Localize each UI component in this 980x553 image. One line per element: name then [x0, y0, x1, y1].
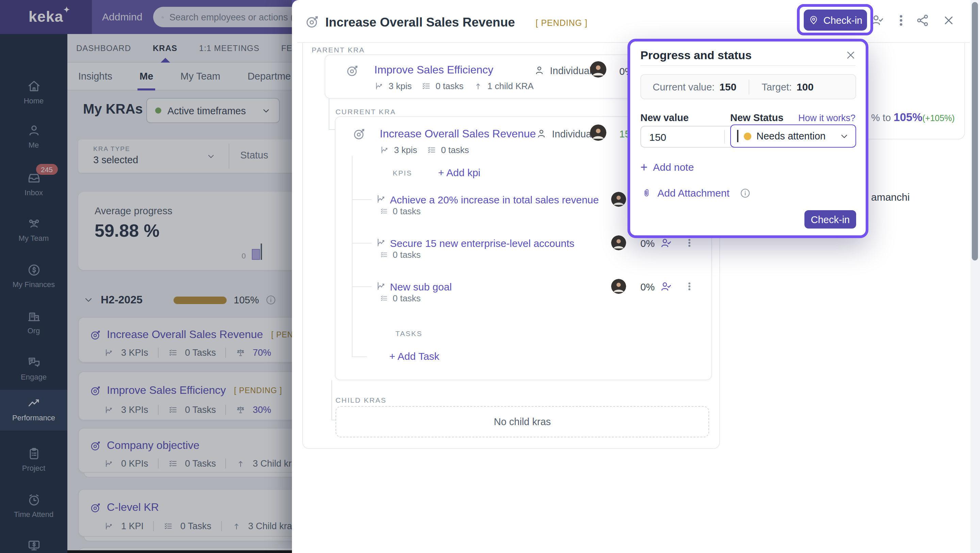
kra-target-icon [353, 127, 366, 141]
summary-divider [749, 79, 749, 94]
tasks-checklist-icon [380, 207, 388, 216]
share-icon[interactable] [915, 13, 930, 28]
avatar [611, 192, 626, 207]
current-kra-title: Increase Overall Sales Revenue [380, 128, 536, 140]
target-value: 100 [797, 81, 814, 92]
add-attachment-row: Add Attachment [642, 187, 751, 199]
tasks-checklist-icon [421, 81, 431, 91]
tree-tick [352, 199, 372, 200]
person-icon [533, 65, 545, 76]
drawer-title: Increase Overall Sales Revenue [325, 15, 515, 30]
avatar [611, 279, 626, 294]
kpi-chart-icon [380, 145, 390, 155]
popover-divider [640, 65, 856, 66]
kebab-menu-icon[interactable] [684, 280, 695, 292]
tasks-section-label: TASKS [395, 329, 422, 337]
tree-connector [329, 99, 329, 129]
kra-target-icon [346, 64, 360, 78]
current-kra-section-label: CURRENT KRA [336, 108, 396, 116]
new-status-label: New Status [730, 112, 783, 123]
tree-tick [352, 356, 367, 357]
kpi-row[interactable]: New sub goal 0 tasks 0% [336, 265, 711, 308]
progress-status-popover: Progress and status Current value: 150 T… [627, 39, 869, 238]
drawer-scrim-overlay[interactable] [0, 0, 292, 553]
parent-kra-link[interactable]: Improve Sales Efficiency [374, 64, 493, 76]
needs-attention-dot [743, 132, 751, 140]
tasks-checklist-icon [380, 294, 388, 303]
tree-connector [331, 380, 332, 420]
progress-range-text: % to 105%(+105%) [871, 111, 955, 124]
avatar [590, 124, 606, 141]
drawer-scrollbar[interactable] [970, 0, 980, 553]
kpi-progress: 0% [640, 281, 655, 292]
tree-connector [331, 420, 336, 420]
tasks-checklist-icon [380, 250, 388, 259]
child-kras-section-label: CHILD KRAS [336, 396, 387, 404]
child-kra-arrow-icon [473, 81, 483, 91]
paperclip-icon [642, 187, 651, 199]
keka-app: keka✦ Addmind Search employees or action… [0, 0, 980, 553]
assignee-person-check-icon[interactable] [659, 237, 672, 249]
popover-title: Progress and status [640, 49, 752, 63]
kpi-chart-icon [374, 81, 385, 91]
kebab-menu-icon[interactable] [894, 13, 908, 28]
current-target-summary: Current value: 150 Target: 100 [640, 74, 856, 99]
no-child-kras-placeholder: No child kras [336, 406, 709, 437]
location-pin-icon [808, 15, 819, 25]
unit-divider [724, 130, 725, 143]
new-value-label: New value [640, 112, 689, 123]
person-icon [536, 128, 547, 140]
avatar [611, 235, 626, 250]
text-cursor [737, 130, 738, 142]
chevron-down-icon [839, 131, 850, 141]
kpis-section-label: KPIS [393, 168, 412, 176]
assignee-person-check-icon[interactable] [659, 280, 672, 293]
status-badge: [ PENDING ] [536, 18, 588, 28]
checkin-button[interactable]: Check-in [804, 10, 867, 30]
kra-target-icon [305, 14, 320, 29]
tasks-checklist-icon [427, 145, 437, 155]
checkin-highlight-ring: Check-in [797, 4, 873, 35]
kpi-chart-icon [375, 237, 387, 248]
current-value: 150 [719, 81, 737, 92]
new-status-select[interactable]: Needs attention [730, 124, 856, 148]
kpi-chart-icon [375, 280, 387, 292]
kpi-chart-icon [375, 193, 387, 205]
employee-name-fragment: amanchi [871, 191, 910, 203]
kpi-progress: 0% [640, 238, 655, 249]
add-note-button[interactable]: +Add note [640, 161, 694, 173]
tree-tick [352, 243, 372, 243]
tree-connector [329, 129, 335, 130]
scrollbar-thumb[interactable] [972, 2, 978, 261]
add-attachment-button[interactable]: Add Attachment [657, 187, 730, 199]
tree-tick [352, 286, 372, 287]
kebab-menu-icon[interactable] [684, 237, 695, 249]
popover-checkin-button[interactable]: Check-in [804, 210, 856, 229]
close-icon[interactable] [845, 49, 857, 61]
info-icon[interactable] [740, 188, 751, 198]
how-it-works-link[interactable]: How it works? [798, 113, 856, 123]
avatar [590, 61, 606, 78]
close-icon[interactable] [942, 14, 956, 27]
add-kpi-button[interactable]: + Add kpi [438, 167, 480, 178]
parent-kra-section-label: PARENT KRA [312, 46, 365, 54]
add-task-button[interactable]: + Add Task [389, 350, 439, 362]
